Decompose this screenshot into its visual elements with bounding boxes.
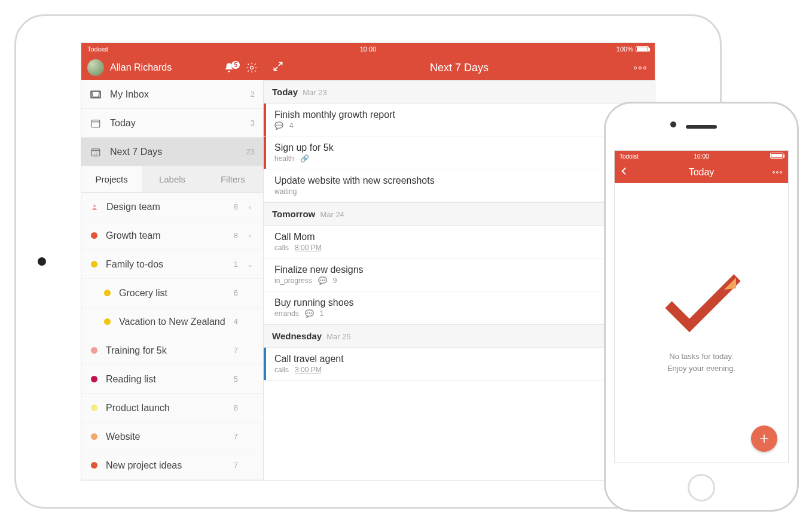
chevron-left-icon[interactable]: ‹ xyxy=(246,232,254,240)
task-item[interactable]: Finalize new designsin_progress💬9 xyxy=(264,259,655,291)
status-app-name: Todoist xyxy=(87,45,108,53)
battery-icon xyxy=(636,46,649,52)
project-color-dot xyxy=(91,376,97,382)
tablet-camera xyxy=(38,257,46,266)
project-item[interactable]: Training for 5k7 xyxy=(81,336,263,365)
task-time[interactable]: 8:00 PM xyxy=(295,244,322,252)
phone-page-title: Today xyxy=(689,167,715,178)
task-tag: waiting xyxy=(274,187,297,196)
svg-point-5 xyxy=(93,205,96,207)
todoist-logo-icon xyxy=(660,272,743,338)
project-item[interactable]: Website7 xyxy=(81,422,263,451)
phone-frame: Todoist 10:00 Today No tasks for today. … xyxy=(604,102,799,512)
project-label: Grocery list xyxy=(119,288,225,299)
project-count: 1 xyxy=(234,260,238,269)
priority-bar xyxy=(264,348,266,380)
section-label: Tomorrow xyxy=(272,209,315,219)
nav-item-today[interactable]: Today3 xyxy=(81,109,263,138)
gear-icon[interactable] xyxy=(246,62,258,74)
project-count: 7 xyxy=(234,461,238,470)
task-time[interactable]: 3:00 PM xyxy=(295,366,322,374)
section-header: Today Mar 23 xyxy=(264,80,655,104)
tablet-screen: Todoist 10:00 100% Allan Richards 5 xyxy=(81,42,655,481)
section-date: Mar 25 xyxy=(326,332,350,341)
project-count: 5 xyxy=(234,375,238,384)
project-count: 6 xyxy=(234,288,238,297)
task-tag: calls xyxy=(274,244,289,252)
section-label: Wednesday xyxy=(272,331,322,341)
nav-label: Today xyxy=(110,118,242,129)
task-title: Finish monthly growth report xyxy=(274,110,646,120)
status-bar: Todoist 10:00 100% xyxy=(81,43,655,55)
task-item[interactable]: Sign up for 5khealth🔗 xyxy=(264,136,655,169)
project-item[interactable]: Vacation to New Zealand4 xyxy=(81,308,263,336)
project-item[interactable]: Reading list5 xyxy=(81,365,263,394)
section-date: Mar 24 xyxy=(320,210,344,219)
back-button[interactable] xyxy=(619,166,629,178)
task-title: Buy running shoes xyxy=(274,297,646,308)
more-icon[interactable] xyxy=(634,66,646,69)
task-tag: calls xyxy=(274,366,289,374)
phone-camera xyxy=(670,121,676,127)
project-item[interactable]: Grocery list6 xyxy=(81,279,263,308)
project-item[interactable]: New project ideas7 xyxy=(81,451,263,480)
person-icon xyxy=(91,203,98,211)
project-item[interactable]: Family to-dos1⌄ xyxy=(81,250,263,279)
task-title: Call Mom xyxy=(274,232,646,242)
project-count: 8 xyxy=(234,202,238,211)
status-clock: 10:00 xyxy=(360,45,377,53)
project-label: Reading list xyxy=(106,374,225,385)
tab-projects[interactable]: Projects xyxy=(81,166,142,192)
project-item[interactable]: Design team8‹ xyxy=(81,193,263,221)
project-count: 4 xyxy=(234,317,238,326)
comment-icon: 💬 xyxy=(318,276,327,285)
project-label: Product launch xyxy=(106,403,225,413)
nav-item-my-inbox[interactable]: My Inbox2 xyxy=(81,80,263,109)
task-item[interactable]: Call travel agentcalls3:00 PMVacation t xyxy=(264,348,655,381)
task-item[interactable]: Update website with new screenshotswaiti… xyxy=(264,169,655,202)
comment-count: 9 xyxy=(333,276,337,285)
project-label: Family to-dos xyxy=(106,259,225,270)
more-icon[interactable] xyxy=(773,171,782,174)
task-item[interactable]: Call Momcalls8:00 PM xyxy=(264,226,655,259)
section-header: Tomorrow Mar 24 xyxy=(264,202,655,226)
add-task-button[interactable] xyxy=(751,425,777,452)
nav-count: 23 xyxy=(246,147,255,156)
tab-labels[interactable]: Labels xyxy=(142,166,202,192)
phone-speaker xyxy=(686,125,717,129)
nav-label: My Inbox xyxy=(110,89,242,100)
project-item[interactable]: Product launch8 xyxy=(81,394,263,422)
project-count: 8 xyxy=(234,231,238,240)
project-color-dot xyxy=(104,318,111,325)
comment-count: 1 xyxy=(320,309,324,318)
phone-screen: Todoist 10:00 Today No tasks for today. … xyxy=(614,150,789,463)
expand-icon[interactable] xyxy=(272,60,284,75)
comment-icon: 💬 xyxy=(305,309,314,318)
project-color-dot xyxy=(91,462,97,469)
project-count: 8 xyxy=(234,403,238,412)
section-date: Mar 23 xyxy=(303,88,326,97)
username[interactable]: Allan Richards xyxy=(110,62,218,73)
chevron-left-icon[interactable]: ‹ xyxy=(246,203,254,211)
task-tag: in_progress xyxy=(274,276,312,285)
nav-item-next-7-days[interactable]: +7Next 7 Days23 xyxy=(81,138,263,166)
project-color-dot xyxy=(91,347,97,354)
phone-status-bar: Todoist 10:00 xyxy=(615,151,788,162)
project-item[interactable]: Growth team8‹ xyxy=(81,221,263,250)
phone-home-button[interactable] xyxy=(688,474,715,501)
task-tag: health xyxy=(274,154,294,163)
project-color-dot xyxy=(91,433,97,440)
calendar-day-icon xyxy=(90,117,102,129)
phone-status-clock: 10:00 xyxy=(694,153,709,160)
notifications-button[interactable]: 5 xyxy=(224,62,240,73)
chevron-down-icon[interactable]: ⌄ xyxy=(246,260,254,269)
phone-header: Today xyxy=(615,162,788,183)
tab-filters[interactable]: Filters xyxy=(203,166,263,192)
avatar[interactable] xyxy=(87,59,104,76)
task-item[interactable]: Buy running shoeserrands💬1 xyxy=(264,291,655,324)
empty-state-line1: No tasks for today. xyxy=(667,351,735,363)
task-item[interactable]: Finish monthly growth report💬4 xyxy=(264,104,655,136)
project-color-dot xyxy=(91,405,97,411)
empty-state-line2: Enjoy your evening. xyxy=(667,363,735,375)
inbox-icon xyxy=(90,89,102,101)
